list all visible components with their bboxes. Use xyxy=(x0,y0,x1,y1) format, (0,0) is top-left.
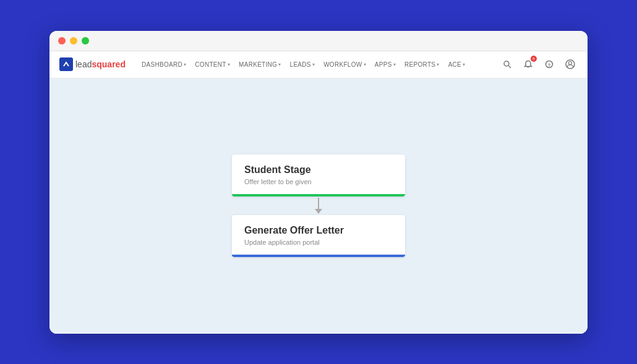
chevron-down-icon: ▾ xyxy=(184,62,186,67)
nav-items: DASHBOARD ▾ CONTENT ▾ MARKETING ▾ LEADS … xyxy=(138,59,500,70)
svg-point-6 xyxy=(569,62,572,65)
student-stage-card[interactable]: Student Stage Offer letter to be given xyxy=(232,154,405,197)
profile-button[interactable] xyxy=(563,57,578,72)
flow-arrow xyxy=(315,198,322,214)
generate-offer-letter-card[interactable]: Generate Offer Letter Update application… xyxy=(232,215,405,257)
chevron-down-icon: ▾ xyxy=(312,62,315,67)
logo[interactable]: leadsquared xyxy=(59,57,126,71)
svg-point-1 xyxy=(504,61,509,66)
navbar: leadsquared DASHBOARD ▾ CONTENT ▾ MARKET… xyxy=(49,51,588,78)
svg-line-2 xyxy=(509,66,511,69)
arrow-head-icon xyxy=(315,209,322,214)
search-button[interactable] xyxy=(500,57,515,72)
chevron-down-icon: ▾ xyxy=(393,62,396,67)
chevron-down-icon: ▾ xyxy=(437,62,439,67)
chevron-down-icon: ▾ xyxy=(463,62,465,67)
nav-apps[interactable]: APPS ▾ xyxy=(371,59,400,70)
nav-right: 8 ? xyxy=(500,57,578,72)
chevron-down-icon: ▾ xyxy=(364,62,366,67)
nav-reports[interactable]: REPORTS ▾ xyxy=(401,59,443,70)
close-button[interactable] xyxy=(58,37,66,44)
student-stage-progress-bar xyxy=(232,194,405,197)
student-stage-title: Student Stage xyxy=(244,164,393,176)
arrow-line xyxy=(318,198,319,209)
chevron-down-icon: ▾ xyxy=(278,62,281,67)
main-content: Student Stage Offer letter to be given G… xyxy=(49,78,588,334)
nav-content[interactable]: CONTENT ▾ xyxy=(191,59,234,70)
chevron-down-icon: ▾ xyxy=(228,62,230,67)
generate-offer-letter-title: Generate Offer Letter xyxy=(244,225,393,236)
flow-container: Student Stage Offer letter to be given G… xyxy=(232,154,405,257)
browser-window: leadsquared DASHBOARD ▾ CONTENT ▾ MARKET… xyxy=(49,31,588,334)
generate-offer-letter-subtitle: Update application portal xyxy=(244,239,393,246)
svg-text:?: ? xyxy=(548,62,551,68)
nav-leads[interactable]: LEADS ▾ xyxy=(286,59,319,70)
title-bar xyxy=(49,31,588,51)
nav-ace[interactable]: ACE ▾ xyxy=(445,59,469,70)
nav-dashboard[interactable]: DASHBOARD ▾ xyxy=(138,59,190,70)
svg-rect-0 xyxy=(62,60,71,69)
minimize-button[interactable] xyxy=(70,37,77,44)
logo-icon xyxy=(59,57,73,71)
generate-offer-letter-progress-bar xyxy=(232,255,405,257)
help-button[interactable]: ? xyxy=(542,57,557,72)
notification-badge: 8 xyxy=(531,56,537,62)
notifications-button[interactable]: 8 xyxy=(521,57,536,72)
student-stage-subtitle: Offer letter to be given xyxy=(244,178,393,185)
nav-marketing[interactable]: MARKETING ▾ xyxy=(235,59,284,70)
logo-text: leadsquared xyxy=(75,59,126,69)
maximize-button[interactable] xyxy=(82,37,89,44)
nav-workflow[interactable]: WORKFLOW ▾ xyxy=(320,59,370,70)
